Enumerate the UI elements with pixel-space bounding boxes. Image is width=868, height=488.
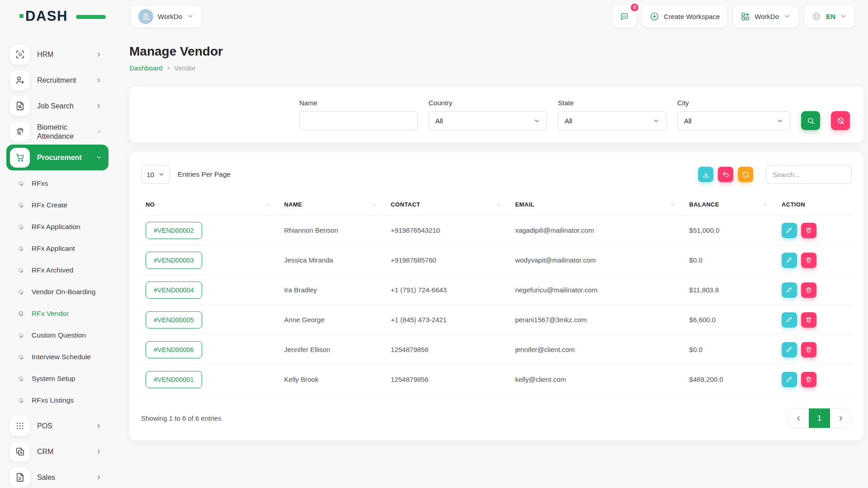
edit-button[interactable] [782, 223, 797, 238]
column-header-email[interactable]: EMAIL [515, 201, 534, 208]
app-menu-button[interactable]: WorkDo [733, 6, 798, 27]
messages-badge: 0 [630, 3, 639, 12]
bullet-icon [18, 375, 24, 382]
submenu-item-rfx-vendor[interactable]: RFx Vendor [6, 303, 108, 324]
create-workspace-button[interactable]: Create Workspace [642, 6, 727, 27]
filter-city-value: All [684, 117, 692, 125]
workspace-switcher[interactable]: WorkDo [131, 6, 201, 27]
vendor-contact: +919876543210 [386, 216, 510, 245]
chat-icon [620, 11, 629, 22]
filter-card: Name Country All State All City [129, 87, 863, 142]
sidebar-item-crm[interactable]: CRM [6, 439, 108, 465]
language-selector[interactable]: EN [804, 6, 854, 27]
submenu-item-custom-question[interactable]: Custom Question [6, 324, 108, 346]
table-row: #VEND00004 Ira Bradley +1 (791) 724-6643… [141, 275, 852, 305]
submenu-item-rfx-application[interactable]: RFx Application [6, 216, 108, 238]
filter-country-label: Country [429, 99, 547, 107]
delete-button[interactable] [801, 282, 816, 298]
filter-country-select[interactable]: All [429, 111, 547, 130]
vendor-table: NO ↑↓ NAME ↑↓ CONTACT ↑↓ EMAIL ↑↓ BA [141, 198, 852, 394]
submenu-item-label: RFx Create [32, 201, 67, 209]
edit-button[interactable] [782, 312, 797, 328]
delete-button[interactable] [801, 312, 816, 328]
submenu-item-system-setup[interactable]: System Setup [6, 368, 108, 389]
edit-button[interactable] [782, 372, 797, 387]
cart-icon [10, 148, 30, 168]
column-header-no[interactable]: NO [146, 201, 155, 208]
sort-icon[interactable]: ↑↓ [671, 202, 674, 207]
breadcrumb-separator-icon: › [167, 63, 170, 72]
sidebar-item-biometric-attendance[interactable]: Biometric Attendance [6, 119, 108, 145]
submenu-item-rfx-create[interactable]: RFx Create [6, 194, 108, 216]
bullet-icon [18, 267, 24, 273]
filter-city-select[interactable]: All [677, 111, 790, 130]
sort-icon[interactable]: ↑↓ [372, 202, 375, 207]
submenu-item-rfxs[interactable]: RFxs [6, 173, 108, 194]
edit-button[interactable] [782, 282, 797, 298]
pagination: 1 [787, 408, 852, 428]
submenu-item-label: Custom Question [32, 331, 86, 339]
edit-button[interactable] [782, 342, 797, 357]
sidebar-item-pos[interactable]: POS [6, 413, 108, 439]
delete-button[interactable] [801, 372, 816, 387]
breadcrumb: Dashboard › Vendor [129, 63, 863, 72]
submenu-item-vendor-on-boarding[interactable]: Vendor On-Boarding [6, 281, 108, 303]
submenu-item-label: RFx Applicant [32, 244, 75, 253]
sort-icon[interactable]: ↑↓ [266, 202, 269, 207]
app-logo[interactable]: DASH [25, 8, 93, 24]
table-search-input[interactable] [766, 165, 852, 184]
breadcrumb-dashboard-link[interactable]: Dashboard [129, 64, 162, 72]
vendor-id-badge[interactable]: #VEND00003 [146, 252, 202, 269]
delete-button[interactable] [801, 223, 816, 238]
column-header-contact[interactable]: CONTACT [391, 201, 420, 208]
sidebar-item-job-search[interactable]: Job Search [6, 93, 108, 119]
sort-icon[interactable]: ↑↓ [763, 202, 766, 207]
workspace-name: WorkDo [158, 13, 182, 20]
reset-filter-button[interactable] [831, 111, 850, 130]
filter-state-select[interactable]: All [558, 111, 666, 130]
vendor-id-badge[interactable]: #VEND00005 [146, 311, 202, 328]
submenu-item-rfxs-listings[interactable]: RFxs Listings [6, 389, 108, 411]
pencil-icon [786, 316, 793, 323]
apply-filter-button[interactable] [801, 111, 820, 130]
previous-page-button[interactable] [788, 408, 809, 428]
vendor-id-badge[interactable]: #VEND00001 [146, 371, 202, 388]
sidebar-item-sales[interactable]: Sales [6, 465, 108, 488]
delete-button[interactable] [801, 253, 816, 268]
vendor-email: negefuricu@mailinator.com [510, 275, 684, 305]
download-icon [702, 171, 710, 178]
column-header-name[interactable]: NAME [284, 201, 302, 208]
page-number-current[interactable]: 1 [809, 408, 830, 428]
edit-button[interactable] [782, 253, 797, 268]
vendor-balance: $11,803.8 [685, 275, 777, 305]
sidebar-item-label: Biometric Attendance [37, 123, 90, 141]
sidebar-item-recruitment[interactable]: Recruitment [6, 67, 108, 93]
delete-button[interactable] [801, 342, 816, 357]
refresh-button[interactable] [738, 167, 753, 182]
messages-button[interactable]: 0 [613, 6, 636, 27]
next-page-button[interactable] [830, 408, 851, 428]
submenu-item-interview-schedule[interactable]: Interview Schedule [6, 346, 108, 368]
vendor-id-badge[interactable]: #VEND00002 [146, 222, 202, 239]
sidebar-item-hrm[interactable]: HRM [6, 42, 108, 67]
vendor-id-badge[interactable]: #VEND00004 [146, 282, 202, 299]
filter-name-input[interactable] [299, 111, 418, 130]
vendor-balance: $6,600.0 [685, 305, 777, 335]
logo-dash-accent [76, 15, 106, 19]
back-button[interactable] [718, 167, 733, 182]
sort-icon[interactable]: ↑↓ [496, 202, 500, 207]
bullet-icon [18, 332, 24, 338]
submenu-item-rfx-archived[interactable]: RFx Archived [6, 259, 108, 281]
globe-icon [811, 11, 821, 21]
user-plus-icon [10, 70, 30, 90]
vendor-id-badge[interactable]: #VEND00006 [146, 341, 202, 358]
export-button[interactable] [698, 167, 713, 182]
vendor-balance: $51,000.0 [685, 216, 777, 245]
column-header-balance[interactable]: BALANCE [689, 201, 719, 208]
sidebar-item-label: Recruitment [37, 76, 76, 85]
submenu-item-rfx-applicant[interactable]: RFx Applicant [6, 238, 108, 259]
submenu-item-label: RFx Archived [32, 266, 73, 274]
entries-per-page-select[interactable]: 10 [141, 165, 170, 184]
trash-icon [805, 316, 812, 323]
sidebar-item-procurement[interactable]: Procurement [6, 145, 108, 170]
